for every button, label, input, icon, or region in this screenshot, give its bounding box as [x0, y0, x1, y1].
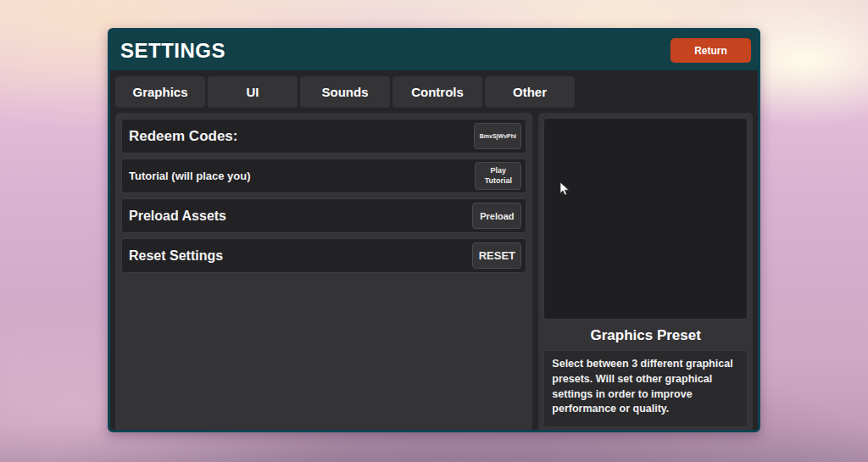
settings-list: Redeem Codes: BmvSjWvPhl Tutorial (will …	[115, 113, 532, 432]
game-background: { "header": { "title": "SETTINGS", "retu…	[0, 0, 868, 462]
row-preload-assets: Preload Assets Preload	[121, 198, 526, 233]
row-reset-settings: Reset Settings RESET	[121, 238, 526, 273]
play-tutorial-button[interactable]: Play Tutorial	[475, 162, 521, 190]
preload-button[interactable]: Preload	[472, 203, 521, 229]
graphics-preset-description: Select between 3 different graphical pre…	[543, 350, 748, 427]
row-redeem-codes: Redeem Codes: BmvSjWvPhl	[121, 119, 526, 153]
cursor-icon	[559, 181, 570, 197]
settings-header: SETTINGS Return	[110, 31, 758, 70]
graphics-preset-title: Graphics Preset	[543, 320, 748, 350]
reset-button[interactable]: RESET	[472, 242, 521, 269]
redeem-codes-label: Redeem Codes:	[129, 128, 237, 145]
preload-assets-label: Preload Assets	[129, 209, 226, 224]
graphics-preset-panel: Graphics Preset Select between 3 differe…	[538, 113, 753, 432]
tab-bar: Graphics UI Sounds Controls Other	[110, 70, 758, 108]
redeem-code-button[interactable]: BmvSjWvPhl	[474, 123, 521, 149]
tab-graphics[interactable]: Graphics	[115, 76, 205, 108]
page-title: SETTINGS	[120, 39, 225, 63]
row-tutorial: Tutorial (will place you) Play Tutorial	[121, 159, 526, 193]
reset-settings-label: Reset Settings	[129, 248, 223, 264]
tab-other[interactable]: Other	[485, 76, 575, 108]
tab-controls[interactable]: Controls	[392, 76, 482, 108]
tab-ui[interactable]: UI	[208, 76, 298, 108]
settings-panel: SETTINGS Return Graphics UI Sounds Contr…	[108, 28, 760, 432]
settings-content: Redeem Codes: BmvSjWvPhl Tutorial (will …	[110, 108, 758, 432]
return-button[interactable]: Return	[670, 38, 751, 63]
tab-sounds[interactable]: Sounds	[300, 76, 390, 108]
graphics-preset-preview[interactable]	[543, 118, 748, 320]
tutorial-label: Tutorial (will place you)	[129, 170, 251, 182]
